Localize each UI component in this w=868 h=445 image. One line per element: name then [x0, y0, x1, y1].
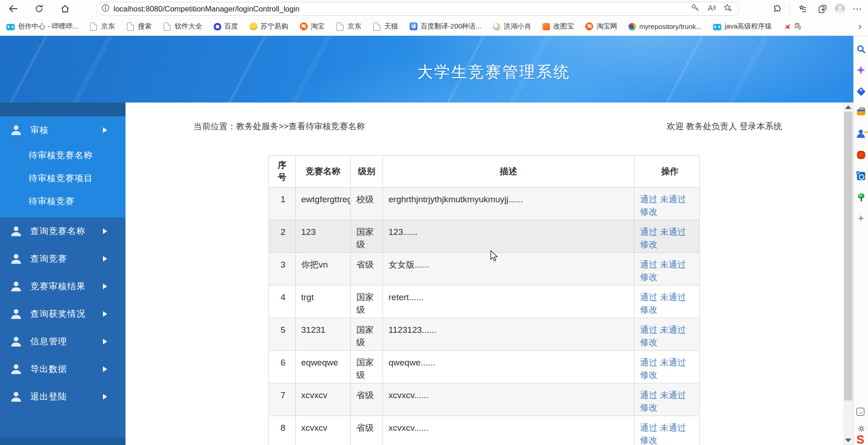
- bookmark-item[interactable]: 搜索: [126, 22, 152, 31]
- reject-link[interactable]: 未通过: [660, 292, 686, 302]
- open-panel-icon[interactable]: →: [857, 408, 864, 416]
- bookmark-item[interactable]: 鸟: [783, 22, 801, 31]
- bookmark-item[interactable]: 淘淘宝: [300, 22, 325, 31]
- reject-link[interactable]: 未通过: [660, 423, 686, 433]
- sidebar-item-audit[interactable]: 审核: [0, 116, 126, 144]
- sidebar-item-query-competitions[interactable]: 查询竞赛: [0, 245, 126, 273]
- taobao-icon: 淘: [300, 23, 308, 30]
- browser-toolbar: localhost:8080/CompetitionManager/loginC…: [0, 0, 868, 17]
- sidebar-subitem-pending-competitions[interactable]: 待审核竞赛: [0, 190, 126, 213]
- chevron-right-icon: [103, 339, 107, 344]
- chevron-right-icon: [103, 228, 107, 234]
- modify-link[interactable]: 修改: [640, 370, 657, 380]
- collections-icon[interactable]: [794, 2, 810, 16]
- approve-link[interactable]: 通过: [640, 260, 657, 269]
- col-header-actions: 操作: [634, 156, 700, 188]
- bookmark-item[interactable]: myrepository/trunk...: [628, 23, 702, 30]
- outlook-icon[interactable]: [856, 171, 866, 181]
- person-icon: [9, 252, 23, 266]
- scroll-down-arrow-icon[interactable]: [845, 439, 851, 442]
- reject-link[interactable]: 未通过: [660, 390, 686, 400]
- favorite-star-icon[interactable]: [724, 4, 732, 14]
- modify-link[interactable]: 修改: [640, 337, 657, 347]
- reject-link[interactable]: 未通过: [660, 227, 686, 237]
- site-info-icon[interactable]: [102, 4, 109, 14]
- back-icon[interactable]: [6, 2, 21, 16]
- settings-more-icon[interactable]: ⋯: [850, 2, 865, 16]
- bookmark-item[interactable]: 创作中心 - 哔哩哔...: [6, 22, 78, 31]
- refresh-icon[interactable]: [31, 2, 47, 16]
- approve-link[interactable]: 通过: [640, 325, 657, 335]
- taobao-icon: 淘: [585, 23, 593, 30]
- sidebar-item-audit-results[interactable]: 竞赛审核结果: [0, 273, 126, 300]
- bookmark-item[interactable]: 京东: [90, 22, 115, 31]
- sidebar-item-export-data[interactable]: 导出数据: [0, 355, 126, 383]
- bookmark-item[interactable]: 改图宝: [542, 22, 574, 31]
- approve-link[interactable]: 通过: [640, 390, 657, 400]
- toolbox-icon[interactable]: [856, 108, 866, 117]
- reject-link[interactable]: 未通过: [660, 358, 686, 367]
- repository-icon: [628, 23, 636, 30]
- bookmark-item[interactable]: 译百度翻译-200种语...: [410, 22, 482, 31]
- bookmarks-overflow-chevron[interactable]: ›: [858, 23, 862, 31]
- modify-link[interactable]: 修改: [640, 240, 657, 249]
- home-icon[interactable]: [57, 2, 73, 16]
- tree-icon[interactable]: [856, 192, 866, 202]
- bookmark-item[interactable]: 京东: [336, 22, 361, 31]
- password-key-icon[interactable]: [691, 4, 699, 14]
- bookmark-item[interactable]: 淘淘宝网: [585, 22, 617, 31]
- reject-link[interactable]: 未通过: [660, 194, 686, 204]
- bookmark-item[interactable]: 百度: [214, 22, 238, 31]
- office-icon[interactable]: [856, 150, 866, 160]
- sidebar-item-logout[interactable]: 退出登陆: [0, 383, 126, 411]
- approve-link[interactable]: 通过: [640, 292, 657, 302]
- bookmark-item[interactable]: 天猫: [373, 22, 398, 31]
- profile-avatar[interactable]: [835, 4, 845, 14]
- table-row: 4 trgt 国家级 retert...... 通过 未通过 修改: [269, 285, 700, 318]
- sidebar-subitem-pending-projects[interactable]: 待审核竞赛项目: [0, 167, 126, 190]
- copilot-sparkle-icon[interactable]: [856, 65, 866, 75]
- bookmark-item[interactable]: 洪湖小肖: [493, 22, 531, 31]
- red-s-logo-icon[interactable]: S: [857, 433, 864, 445]
- scroll-up-arrow-icon[interactable]: [845, 105, 851, 109]
- reject-link[interactable]: 未通过: [660, 325, 686, 335]
- split-tab-icon[interactable]: [815, 2, 830, 16]
- table-row: 5 31231 国家级 1123123...... 通过 未通过 修改: [269, 318, 700, 351]
- reject-link[interactable]: 未通过: [660, 260, 686, 269]
- approve-link[interactable]: 通过: [640, 194, 657, 204]
- modify-link[interactable]: 修改: [640, 435, 657, 445]
- bookmark-item[interactable]: 苏宁易购: [250, 22, 288, 31]
- people-icon[interactable]: [856, 129, 866, 138]
- read-aloud-icon[interactable]: [707, 4, 716, 14]
- sidebar-subitem-pending-names[interactable]: 待审核竞赛名称: [0, 144, 126, 167]
- table-row: 7 xcvxcv 省级 xcvxcv...... 通过 未通过 修改: [269, 383, 700, 416]
- sidebar-item-query-names[interactable]: 查询竞赛名称: [0, 217, 126, 245]
- person-icon: [9, 224, 23, 238]
- shopping-tag-icon[interactable]: [856, 86, 866, 96]
- page-scrollbar[interactable]: [843, 103, 853, 445]
- chevron-right-icon: [103, 394, 107, 399]
- bookmark-item[interactable]: 软件大全: [163, 22, 202, 31]
- approve-link[interactable]: 通过: [640, 227, 657, 237]
- approve-link[interactable]: 通过: [640, 358, 657, 367]
- modify-link[interactable]: 修改: [640, 403, 657, 412]
- bing-search-icon[interactable]: [856, 44, 866, 54]
- scrollbar-thumb[interactable]: [844, 112, 852, 400]
- extensions-icon[interactable]: [769, 2, 785, 16]
- modify-link[interactable]: 修改: [640, 207, 657, 217]
- baidu-translate-icon: 译: [410, 23, 417, 30]
- modify-link[interactable]: 修改: [640, 272, 657, 282]
- page-icon: [337, 23, 343, 31]
- col-header-name: 竞赛名称: [296, 156, 351, 188]
- bilibili-icon: [6, 24, 15, 30]
- table-row: 3 你把vn 省级 女女版...... 通过 未通过 修改: [269, 253, 700, 285]
- sidebar-item-info-management[interactable]: 信息管理: [0, 328, 126, 355]
- url-text[interactable]: localhost:8080/CompetitionManager/loginC…: [114, 5, 300, 13]
- approve-link[interactable]: 通过: [640, 423, 657, 433]
- person-icon: [9, 390, 23, 404]
- address-bar[interactable]: localhost:8080/CompetitionManager/loginC…: [96, 2, 739, 16]
- modify-link[interactable]: 修改: [640, 305, 657, 314]
- add-apps-icon[interactable]: +: [856, 213, 866, 223]
- bookmark-item[interactable]: java高级程序猿: [713, 22, 772, 31]
- sidebar-item-query-awards[interactable]: 查询获奖情况: [0, 300, 126, 328]
